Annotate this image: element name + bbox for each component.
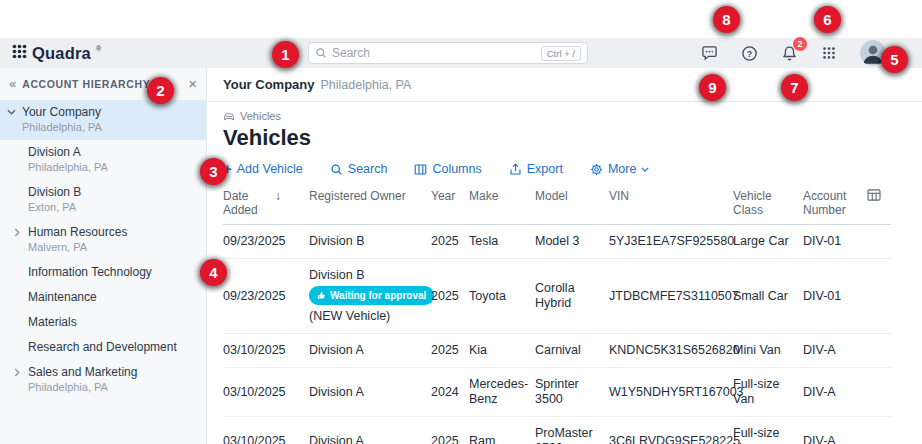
cell-date: 03/10/2025 — [223, 368, 309, 417]
col-header-model[interactable]: Model — [535, 185, 609, 225]
cell-owner: Division A — [309, 368, 431, 417]
notification-count-badge: 2 — [793, 37, 807, 51]
col-header-table-settings[interactable] — [867, 185, 891, 225]
thumbs-up-icon — [317, 291, 326, 300]
columns-label: Columns — [432, 162, 481, 176]
close-sidebar-icon[interactable]: × — [188, 78, 197, 90]
sidebar-item-information-technology[interactable]: Information Technology — [0, 260, 206, 285]
add-vehicle-button[interactable]: + Add Vehicle — [223, 162, 303, 176]
cell-vehicle-class: Full-size Van — [733, 417, 803, 444]
company-context-header: Your Company Philadelphia, PA — [207, 68, 922, 102]
item-label: Information Technology — [28, 265, 198, 279]
annotation-callout-4: 4 — [200, 259, 227, 286]
sidebar-item-division-a[interactable]: Division A Philadelphia, PA — [0, 140, 206, 180]
table-row[interactable]: 03/10/2025 Division A 2025 Kia Carnival … — [223, 334, 891, 368]
chevron-down-icon[interactable] — [7, 109, 16, 115]
cell-make: Kia — [469, 334, 535, 368]
quadra-logo[interactable]: Quadra ® — [12, 44, 101, 62]
cell-account-number: DIV-A — [803, 368, 867, 417]
chevron-right-icon[interactable] — [14, 368, 20, 377]
columns-icon — [414, 163, 427, 176]
sidebar-item-maintenance[interactable]: Maintenance — [0, 285, 206, 310]
col-header-registered-owner[interactable]: Registered Owner — [309, 185, 431, 225]
company-location: Philadelphia, PA — [321, 78, 412, 92]
cell-model: Model 3 — [535, 225, 609, 259]
account-hierarchy-sidebar: « ACCOUNT HIERARCHY × Your Company Phila… — [0, 68, 207, 444]
export-button[interactable]: Export — [509, 162, 563, 176]
annotation-callout-8: 8 — [713, 6, 740, 33]
cell-vehicle-class: Full-size Van — [733, 368, 803, 417]
cell-make: Mercedes-Benz — [469, 368, 535, 417]
annotation-callout-1: 1 — [272, 41, 299, 68]
cell-vehicle-class: Large Car — [733, 225, 803, 259]
item-label: Sales and Marketing — [28, 365, 198, 379]
export-icon — [509, 163, 522, 176]
table-row[interactable]: 03/10/2025 Division A 2024 Mercedes-Benz… — [223, 368, 891, 417]
table-row[interactable]: 09/23/2025 Division B Waiting for approv… — [223, 259, 891, 334]
cell-make: Ram — [469, 417, 535, 444]
breadcrumb-label: Vehicles — [240, 110, 281, 122]
help-icon[interactable]: ? — [741, 45, 758, 62]
sidebar-item-division-b[interactable]: Division B Exton, PA — [0, 180, 206, 220]
columns-button[interactable]: Columns — [414, 162, 481, 176]
gear-icon — [590, 163, 603, 176]
item-label: Human Resources — [28, 225, 198, 239]
cell-account-number: DIV-A — [803, 417, 867, 444]
waiting-approval-badge: Waiting for approval — [309, 286, 434, 305]
search-input[interactable] — [332, 46, 541, 60]
sort-descending-icon[interactable]: ↓ — [275, 189, 281, 217]
col-header-account-number[interactable]: Account Number — [803, 185, 867, 225]
more-button[interactable]: More — [590, 162, 649, 176]
col-header-make[interactable]: Make — [469, 185, 535, 225]
company-name: Your Company — [223, 77, 315, 92]
col-header-date-added[interactable]: Date Added ↓ — [223, 185, 309, 225]
feedback-chat-icon[interactable] — [701, 45, 718, 62]
item-sublabel: Philadelphia, PA — [22, 121, 198, 134]
cell-date: 03/10/2025 — [223, 334, 309, 368]
col-header-vehicle-class[interactable]: Vehicle Class — [733, 185, 803, 225]
cell-account-number: DIV-01 — [803, 225, 867, 259]
chevron-down-icon — [641, 167, 649, 172]
apps-grid-icon[interactable] — [821, 45, 837, 61]
cell-vin: W1Y5NDHY5RT167003 — [609, 368, 733, 417]
sidebar-item-human-resources[interactable]: Human Resources Malvern, PA — [0, 220, 206, 260]
cell-year: 2024 — [431, 368, 469, 417]
cell-date: 09/23/2025 — [223, 225, 309, 259]
cell-model: Corolla Hybrid — [535, 259, 609, 334]
search-icon — [315, 47, 327, 59]
item-sublabel: Philadelphia, PA — [28, 381, 198, 394]
sidebar-item-your-company[interactable]: Your Company Philadelphia, PA — [0, 100, 206, 140]
cell-model: ProMaster 2500 — [535, 417, 609, 444]
sidebar-item-materials[interactable]: Materials — [0, 310, 206, 335]
search-icon — [330, 163, 343, 176]
cell-extra — [867, 417, 891, 444]
search-label: Search — [348, 162, 388, 176]
more-label: More — [608, 162, 636, 176]
cell-extra — [867, 368, 891, 417]
table-search-button[interactable]: Search — [330, 162, 388, 176]
cell-owner: Division B — [309, 225, 431, 259]
cell-extra — [867, 259, 891, 334]
badge-label: Waiting for approval — [330, 288, 426, 303]
notifications-bell-icon[interactable]: 2 — [781, 45, 798, 62]
owner-note: (NEW Vehicle) — [309, 309, 423, 324]
cell-account-number: DIV-A — [803, 334, 867, 368]
col-header-vin[interactable]: VIN — [609, 185, 733, 225]
cell-year: 2025 — [431, 259, 469, 334]
chevron-right-icon[interactable] — [14, 228, 20, 237]
item-label: Division B — [28, 185, 198, 199]
table-row[interactable]: 03/10/2025 Division A 2025 Ram ProMaster… — [223, 417, 891, 444]
global-search[interactable]: Ctrl + / — [308, 42, 588, 64]
sidebar-item-research-and-development[interactable]: Research and Development — [0, 335, 206, 360]
cell-vin: KNDNC5K31S6526820 — [609, 334, 733, 368]
breadcrumb[interactable]: Vehicles — [223, 110, 906, 122]
cell-year: 2025 — [431, 417, 469, 444]
sidebar-item-sales-and-marketing[interactable]: Sales and Marketing Philadelphia, PA — [0, 360, 206, 400]
table-row[interactable]: 09/23/2025 Division B 2025 Tesla Model 3… — [223, 225, 891, 259]
collapse-sidebar-icon[interactable]: « — [9, 79, 16, 89]
main-content: Your Company Philadelphia, PA Vehicles V… — [207, 68, 922, 444]
col-header-year[interactable]: Year — [431, 185, 469, 225]
vehicles-icon — [223, 112, 235, 121]
annotation-callout-9: 9 — [699, 74, 726, 101]
logo-mark-icon — [12, 44, 27, 59]
